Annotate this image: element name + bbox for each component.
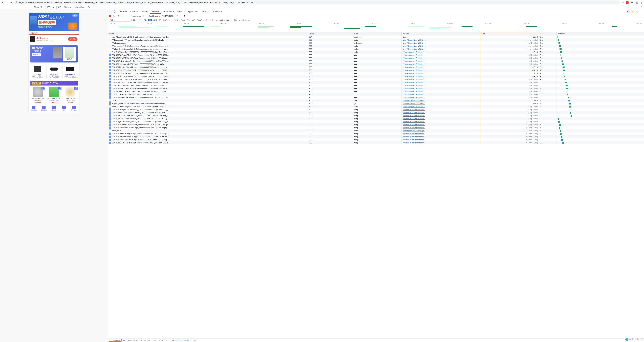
request-initiator[interactable]: ??tb/tracker/5.0.4/index.js...	[402, 99, 480, 102]
request-initiator[interactable]: ??tubes-tb-ability-zcache/...	[402, 141, 480, 144]
search-icon[interactable]	[122, 15, 124, 17]
request-initiator[interactable]: ??tubes-tb-ability-zcache/...	[402, 126, 480, 129]
col-initiator-header[interactable]: Initiator	[402, 32, 480, 36]
training-section[interactable]: 夏日热"练" 1元秒大额券 去逛逛 › ¥97.2	[30, 45, 78, 62]
request-initiator[interactable]: ??tubes-tb-ability-zcache/...	[402, 117, 480, 120]
filter-funnel-icon[interactable]	[117, 15, 120, 17]
bottom-tab-item[interactable]: 购物清单	[29, 106, 39, 111]
bottom-tab-item[interactable]: 全部会场	[39, 106, 49, 111]
devtools-tab-performance[interactable]: Performance	[161, 10, 176, 14]
filter-type-font[interactable]: Font	[180, 19, 186, 21]
devtools-tab-security[interactable]: Security	[200, 10, 210, 14]
network-request-row[interactable]: O1CN01fuVvXG1adGIMrkOII_!!6000000003352-…	[108, 117, 644, 120]
go-shop-button[interactable]: 去逛逛 ›	[32, 53, 41, 56]
preserve-log-checkbox[interactable]: Preserve log	[128, 15, 141, 17]
category-card[interactable]: 海边度假风97万人正在围观	[46, 64, 62, 79]
request-initiator[interactable]: ??tubes-tb-ability-zcache/...	[402, 135, 480, 138]
col-waterfall-header[interactable]: Waterfall	[556, 32, 644, 36]
network-request-row[interactable]: TB10ystNXXXXaZXpXXXXXXXXXX-60-60.jpg_110…	[108, 90, 644, 93]
network-request-row[interactable]: O1CN01LZUeyN1zGhAmE63iQ_!!6000000006687-…	[108, 108, 644, 111]
request-initiator[interactable]: ??tubes-tb-ability-zcache/...	[402, 108, 480, 111]
request-initiator[interactable]: wupr?disableNav=YES&w...	[402, 44, 480, 48]
network-request-row[interactable]: O1CN017MOu9W1FpWyKUSqDP_!!60000000000536…	[108, 111, 644, 114]
request-initiator[interactable]: ??rax-pkg/rax/1.2.0/index...	[402, 78, 480, 81]
request-initiator[interactable]: ??rax-pkg/rax/1.2.0/index...	[402, 93, 480, 96]
disable-cache-checkbox[interactable]: Disable cache	[146, 15, 160, 17]
network-request-row[interactable]: aplus_ae.js200script??tb/tracker/5.0.4/i…	[108, 129, 644, 132]
request-initiator[interactable]: ??tubes-tb-ability-zcache/...	[402, 123, 480, 126]
profile-avatar-icon[interactable]	[635, 1, 638, 4]
filter-type-manifest[interactable]: Manifest	[196, 19, 205, 21]
filter-type-all[interactable]: All	[148, 19, 152, 21]
request-initiator[interactable]: ??rax-pkg/rax/1.2.0/index...	[402, 72, 480, 75]
network-request-row[interactable]: O1CN0115LHST1zHbxiKUjg0_!!6000000006689-…	[108, 141, 644, 144]
network-request-row[interactable]: TB1OfbjiVP7gK0jSZFjXXc5aXXa-3-1.png_110x…	[108, 93, 644, 96]
request-initiator[interactable]: ??rax-pkg/rax/1.2.0/index...	[402, 90, 480, 93]
network-request-row[interactable]: wupr?disableNav=YES&wh_pid=main-245295&a…	[108, 36, 644, 39]
network-request-row[interactable]: O1CN012tQrOB1sn1oxJMj37_!!6000000005810-…	[108, 69, 644, 72]
col-status-header[interactable]: Status	[308, 32, 353, 36]
network-request-row[interactable]: ?jsv=2.6.1&appKey=12574478&t=16230578338…	[108, 50, 644, 54]
chrome-menu-icon[interactable]: ⋮	[641, 1, 643, 4]
devtools-tab-console[interactable]: Console	[128, 10, 139, 14]
network-request-row[interactable]: O1CN01LYMiwO1o4p8GKVqg1_!!6000000005172-…	[108, 135, 644, 138]
bottom-tab-item[interactable]: 我的618	[69, 106, 79, 111]
network-request-row[interactable]: O1CN01AHvolS1MNmHZxRuge_!!6000000001423-…	[108, 56, 644, 60]
network-request-row[interactable]: O1CN01Erdvro1Gpoq9cHPpx_!!60000000000672…	[108, 132, 644, 135]
filter-type-media[interactable]: Media	[173, 19, 180, 21]
bottom-tab-item[interactable]: 主会场	[49, 106, 59, 111]
has-blocked-cookies-checkbox[interactable]: Has blocked cookies	[212, 19, 232, 21]
network-request-row[interactable]: O1CN01Erdvro1Gpoq9cHPpx_!!60000000000672…	[108, 60, 644, 63]
clear-button[interactable]	[113, 15, 115, 17]
col-type-header[interactable]: Type	[353, 32, 402, 36]
bottom-tab-item[interactable]: 直播	[59, 106, 69, 111]
network-request-row[interactable]: TB1XVlxNXXXXcyXXXXXXXXXX-60-60.jpg_110x1…	[108, 84, 644, 87]
col-name-header[interactable]: Name	[108, 32, 308, 36]
request-initiator[interactable]: ??tubes-tb-ability-zcache/...	[402, 114, 480, 117]
network-request-row[interactable]: O1CN01SEhVLw1JLztS25vgh_!!6000000001013-…	[108, 138, 644, 141]
request-initiator[interactable]: ??rax-pkg/rax/1.2.0/index...	[402, 105, 480, 108]
extensions-puzzle-icon[interactable]	[630, 1, 633, 4]
category-card[interactable]: 户外徒步85万人正在围观	[30, 64, 45, 79]
network-request-row[interactable]: O1CN01CCPyun1P1k4sbfzWA_!!6000000001781-…	[108, 54, 644, 56]
filter-type-ws[interactable]: WS	[191, 19, 196, 21]
reload-button[interactable]	[10, 1, 12, 4]
hide-data-urls-checkbox[interactable]: Hide data URLs	[132, 19, 147, 21]
request-initiator[interactable]: ??rax-pkg/rax/1.2.0/index...	[402, 96, 480, 99]
promo-banner[interactable]: 规则 天猫618 7月-9日 10日-12日 13日风尚日 智家日 进口日 抢4…	[29, 13, 79, 31]
coupon-card[interactable]: ¥30 满400可用 限服饰指定活动商品使用 1积分抢	[29, 34, 79, 44]
forward-button[interactable]	[6, 1, 8, 4]
request-initiator[interactable]: ??rax-pkg/rax/1.2.0/index...	[402, 60, 480, 63]
request-initiator[interactable]: ??rax-pkg/rax/1.2.0/index...	[402, 87, 480, 90]
devtools-tab-memory[interactable]: Memory	[176, 10, 186, 14]
back-button[interactable]	[1, 1, 4, 4]
request-initiator[interactable]: ??tubes-tb-ability-zcache/...	[402, 120, 480, 123]
extension-icon[interactable]: 1	[626, 1, 628, 4]
device-width[interactable]: 375	[46, 6, 51, 9]
network-request-row[interactable]: ??rax-pkg/rax/1.2.0/index.js,rax-pkg/uni…	[108, 44, 644, 48]
upload-har-icon[interactable]: ⬆	[184, 15, 185, 17]
network-request-row[interactable]: O1CN01JdHdCJ1Wd1chE2kdo_!!6000000002810-…	[108, 66, 644, 69]
settings-gear-icon[interactable]	[636, 10, 639, 14]
filter-type-css[interactable]: CSS	[162, 19, 168, 21]
network-conditions-icon[interactable]	[177, 15, 179, 17]
featured-product-card[interactable]: ¥97.2	[63, 47, 76, 61]
rules-button[interactable]: 规则	[72, 14, 78, 17]
request-initiator[interactable]: ??rax-pkg/rax/1.2.0/index...	[402, 63, 480, 66]
network-request-row[interactable]: O1CN01xi046t1DrFDmKsZCL_!!60000000000269…	[108, 96, 644, 99]
timeline-overview[interactable]: 200 ms400 ms600 ms800 ms1000 ms1200 ms14…	[108, 22, 644, 32]
request-initiator[interactable]: ??rax-pkg/rax/1.2.0/index...	[402, 50, 480, 54]
network-request-row[interactable]: O1CN01qx73Rf1tnJgeLUxYX_!!6000000005946-…	[108, 75, 644, 78]
device-menu-icon[interactable]: ⋮	[641, 6, 643, 8]
filter-type-xhr[interactable]: XHR	[152, 19, 158, 21]
mobile-viewport[interactable]: 规则 天猫618 7月-9日 10日-12日 13日风尚日 智家日 进口日 抢4…	[29, 13, 79, 112]
request-initiator[interactable]: ??rax-pkg/rax/1.2.0/index...	[402, 81, 480, 84]
request-initiator[interactable]: wupr?disableNav=YES&w...	[402, 38, 480, 42]
network-request-table[interactable]: Name Status Type Initiator Size T... Wat…	[108, 32, 644, 338]
device-mode-icon[interactable]	[113, 10, 116, 14]
throttling-selector[interactable]: No throttling ▾	[73, 6, 86, 8]
network-request-row[interactable]: O1CN01kTvYiZ2EVI2pzcD0H_!!6000000007126-…	[108, 87, 644, 90]
network-request-row[interactable]: ??mmod/zebra-magical-1143-1556442367562/…	[108, 105, 644, 108]
device-height[interactable]: 812	[56, 6, 62, 9]
product-card[interactable]: 3期免息LacostePolo衫女士已有268人购买¥940	[46, 87, 62, 104]
